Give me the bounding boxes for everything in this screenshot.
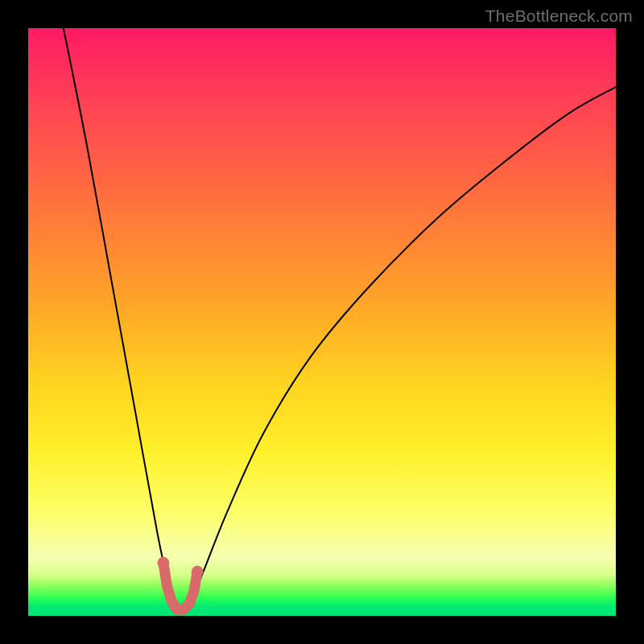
watermark-text: TheBottleneck.com (485, 6, 633, 26)
chart-svg (28, 28, 616, 616)
chart-frame: TheBottleneck.com (0, 0, 644, 644)
bottleneck-curve (64, 28, 616, 613)
optimal-range-dot (192, 566, 204, 578)
plot-area (28, 28, 616, 616)
optimal-range-dot (157, 557, 169, 569)
